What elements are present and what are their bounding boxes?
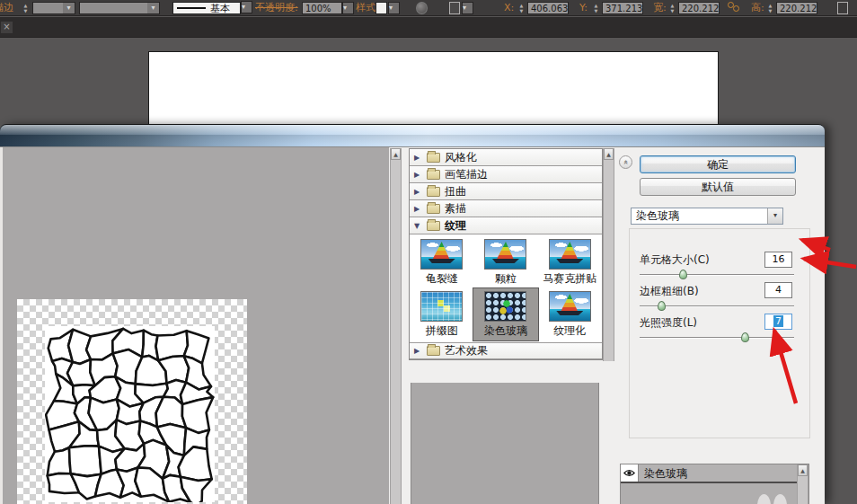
- slider-thumb[interactable]: [658, 301, 666, 311]
- filter-thumb-patchwork[interactable]: 拼缀图: [410, 288, 473, 340]
- height-stepper[interactable]: ▲▼: [766, 2, 774, 14]
- transparency-checkerboard: [17, 299, 247, 504]
- width-label: 宽:: [653, 2, 667, 14]
- slider-thumb[interactable]: [741, 332, 749, 342]
- brush-definition-select[interactable]: 基本: [172, 2, 241, 14]
- style-arrow[interactable]: ▾: [388, 2, 400, 14]
- collapse-icon[interactable]: ▼: [414, 222, 422, 230]
- thumbnail-image: [549, 239, 591, 270]
- x-label: X:: [504, 2, 514, 14]
- thumbnail-image: [484, 239, 526, 270]
- width-stepper[interactable]: ▲▼: [668, 2, 676, 14]
- filter-preview-pane: [0, 147, 389, 504]
- application-window: 描边 ▲▼ ▾ ▾ 基本 ▾ 不透明度: 100% ▾ 样式: ▾ ▾ X: ▲…: [0, 0, 857, 504]
- light-intensity-field[interactable]: 7: [764, 314, 792, 330]
- opacity-value[interactable]: 100%: [302, 2, 342, 14]
- effect-layer-row[interactable]: 染色玻璃: [621, 464, 808, 483]
- control-bar: 描边 ▲▼ ▾ ▾ 基本 ▾ 不透明度: 100% ▾ 样式: ▾ ▾ X: ▲…: [0, 0, 857, 16]
- reference-point-grid-icon[interactable]: [482, 2, 493, 14]
- y-field[interactable]: 371.213: [602, 2, 643, 14]
- link-dimensions-icon[interactable]: [728, 2, 740, 14]
- stroke-weight-select[interactable]: ▾: [32, 2, 75, 14]
- recolor-artwork-icon[interactable]: [416, 2, 428, 14]
- dialog-titlebar[interactable]: [0, 124, 825, 146]
- align-arrow[interactable]: ▾: [462, 2, 473, 14]
- scroll-up-icon[interactable]: ▲: [604, 148, 614, 160]
- filter-thumb-stained-glass[interactable]: 染色玻璃: [473, 288, 537, 340]
- filter-list-filler: [411, 383, 599, 504]
- brush-definition-arrow[interactable]: ▾: [241, 1, 252, 13]
- chevron-down-icon: ▾: [147, 3, 159, 13]
- folder-icon: [427, 170, 440, 180]
- stroke-preview-line: [177, 7, 206, 9]
- eye-icon: [623, 469, 635, 477]
- visibility-toggle[interactable]: [621, 464, 639, 482]
- preview-scrollbar[interactable]: ▲: [390, 148, 402, 504]
- filter-thumb-grain[interactable]: 颗粒: [473, 236, 537, 288]
- chevron-down-icon: ▾: [463, 3, 466, 13]
- filter-thumbnail-grid: 龟裂缝 颗粒 马赛克拼贴 拼缀图: [410, 234, 602, 342]
- thumbnail-image: [420, 291, 463, 322]
- close-tab-icon[interactable]: ×: [1, 22, 13, 33]
- light-intensity-label: 光照强度(L): [640, 315, 697, 331]
- cell-size-label: 单元格大小(C): [640, 252, 710, 268]
- filter-thumb-texturizer[interactable]: 纹理化: [538, 288, 602, 340]
- ok-button[interactable]: 确定: [640, 155, 796, 173]
- border-thickness-label: 边框粗细(B): [640, 284, 699, 299]
- layers-scrollbar[interactable]: ▲: [797, 464, 808, 504]
- folder-icon: [427, 346, 440, 356]
- chevron-down-icon: ▾: [389, 3, 393, 13]
- light-intensity-slider[interactable]: [640, 337, 794, 339]
- expand-icon[interactable]: ▶: [414, 188, 422, 196]
- filter-thumb-mosaic-tiles[interactable]: 马赛克拼贴: [538, 236, 602, 288]
- filter-list-scrollbar[interactable]: ▲: [603, 148, 614, 361]
- category-texture[interactable]: ▼ 纹理: [410, 217, 602, 234]
- expand-icon[interactable]: ▶: [414, 171, 422, 179]
- height-field[interactable]: 220.212: [776, 2, 817, 14]
- category-brush-strokes[interactable]: ▶ 画笔描边: [410, 166, 602, 183]
- expand-icon[interactable]: ▶: [414, 205, 422, 213]
- folder-icon: [427, 187, 440, 197]
- category-artistic[interactable]: ▶ 艺术效果: [410, 342, 602, 359]
- variable-width-select[interactable]: ▾: [79, 2, 160, 14]
- dialog-body: ▲ ▶ 风格化 ▶ 画笔描边 ▶ 扭曲: [0, 146, 825, 504]
- filter-thumb-craquelure[interactable]: 龟裂缝: [410, 236, 473, 288]
- chevron-down-icon: ▾: [63, 3, 75, 13]
- artboard: [148, 51, 719, 125]
- category-sketch[interactable]: ▶ 素描: [410, 200, 602, 217]
- expand-icon[interactable]: ▶: [414, 154, 422, 162]
- default-button[interactable]: 默认值: [640, 178, 796, 196]
- category-distort[interactable]: ▶ 扭曲: [410, 183, 602, 200]
- cell-size-field[interactable]: 16: [764, 252, 792, 268]
- thumbnail-image: [549, 291, 591, 322]
- filter-select[interactable]: 染色玻璃 ▾: [631, 208, 783, 225]
- folder-icon: [427, 153, 440, 163]
- filter-category-list: ▶ 风格化 ▶ 画笔描边 ▶ 扭曲 ▶ 素描: [409, 148, 603, 360]
- stroke-weight-stepper[interactable]: ▲▼: [22, 2, 30, 14]
- expand-icon[interactable]: ▶: [414, 347, 422, 355]
- collapse-panel-icon[interactable]: «: [619, 155, 632, 169]
- cell-size-slider[interactable]: [640, 274, 794, 276]
- border-thickness-slider[interactable]: [640, 305, 794, 307]
- filter-controls-panel: « 确定 默认值 染色玻璃 ▾ 单元格大小(C) 16 边框粗细(B) 4: [614, 147, 825, 504]
- width-field[interactable]: 220.212: [678, 2, 720, 14]
- opacity-label[interactable]: 不透明度:: [255, 2, 298, 14]
- category-stylize[interactable]: ▶ 风格化: [410, 149, 602, 166]
- x-field[interactable]: 406.063: [527, 2, 569, 14]
- y-stepper[interactable]: ▲▼: [592, 2, 600, 14]
- slider-thumb[interactable]: [679, 270, 687, 279]
- align-icon[interactable]: [449, 2, 460, 14]
- scroll-up-icon[interactable]: ▲: [798, 464, 808, 476]
- border-thickness-field[interactable]: 4: [764, 282, 792, 298]
- decorative-blob: [773, 494, 787, 504]
- x-stepper[interactable]: ▲▼: [517, 2, 526, 14]
- transform-panel-icon[interactable]: [837, 2, 848, 14]
- scroll-up-icon[interactable]: ▲: [391, 148, 401, 160]
- decorative-blob: [757, 494, 771, 504]
- chevron-down-icon[interactable]: ▾: [767, 208, 782, 224]
- stroke-label: 描边: [0, 2, 13, 14]
- y-label: Y:: [579, 2, 588, 14]
- stained-glass-preview: [45, 326, 215, 502]
- opacity-arrow[interactable]: ▾: [342, 2, 354, 14]
- style-swatch[interactable]: [375, 2, 387, 14]
